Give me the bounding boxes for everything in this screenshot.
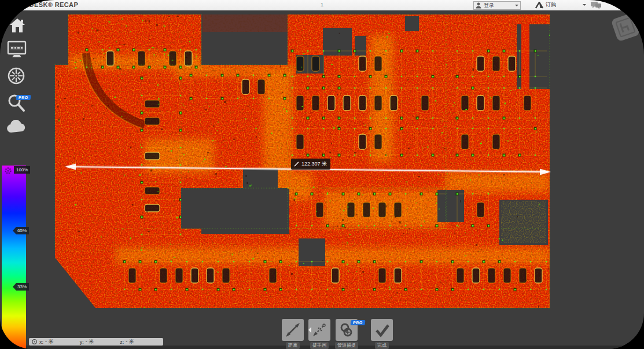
done-button[interactable] <box>371 319 393 341</box>
tool-done[interactable]: 完成 <box>371 319 393 349</box>
chevron-down-icon <box>515 5 518 8</box>
cloud-icon <box>6 120 27 134</box>
color-scale-bar[interactable]: 100% 65% 33% <box>2 166 26 349</box>
measurement-value: 122.307 米 <box>301 160 327 168</box>
ruler-icon <box>294 161 299 167</box>
origin-icon <box>31 339 38 345</box>
compass-icon <box>7 67 25 85</box>
y-label: y: <box>80 339 84 345</box>
tool-pipe-snap[interactable]: PRO 管道捕捉 <box>335 319 358 349</box>
feedback-button[interactable] <box>590 1 602 9</box>
sign-in-dropdown[interactable]: 登录 <box>473 1 521 10</box>
measure-toolbar: 距离 徒手画 <box>282 319 398 349</box>
autodesk-logo-icon <box>535 2 543 9</box>
done-label: 完成 <box>375 342 389 349</box>
subscribe-label: 订购 <box>546 1 556 9</box>
freehand-arrow-icon <box>311 322 327 338</box>
gear-icon[interactable] <box>4 167 12 175</box>
chevron-down-icon <box>583 4 586 8</box>
monitor-icon <box>7 41 27 59</box>
subscribe-dropdown[interactable]: 订购 <box>535 1 586 9</box>
sign-in-label: 登录 <box>484 2 494 9</box>
distance-arrow-icon <box>285 322 301 338</box>
x-value: - 米 <box>45 338 54 346</box>
coordinate-status-bar: x: - 米 y: - 米 z: - 米 <box>29 338 163 346</box>
scale-handle-33[interactable]: 33% <box>13 283 29 291</box>
view-title: 1 <box>321 2 323 8</box>
pipe-snap-label: 管道捕捉 <box>335 342 358 349</box>
search-pro-badge: PRO <box>16 91 31 101</box>
chat-bubbles-icon <box>590 1 602 9</box>
freehand-label: 徒手画 <box>310 342 329 349</box>
home-button[interactable] <box>9 18 25 33</box>
cloud-button[interactable] <box>6 120 27 134</box>
home-icon <box>9 18 25 33</box>
distance-button[interactable] <box>282 319 304 341</box>
recap-window: 122.307 米 PRO <box>0 0 644 349</box>
display-settings-button[interactable] <box>7 41 27 59</box>
toolbar-notch <box>306 327 311 333</box>
distance-label: 距离 <box>286 342 300 349</box>
title-bar: AUTODESK® RECAP 1 登录 订购 <box>0 0 644 10</box>
app-logo: AUTODESK® RECAP <box>10 1 78 8</box>
measurement-label: 122.307 米 <box>291 159 330 170</box>
pipe-snap-pro-badge: PRO <box>351 316 365 326</box>
scale-label-100: 100% <box>14 166 30 174</box>
point-cloud-canvas[interactable] <box>0 0 644 349</box>
tool-freehand[interactable]: 徒手画 <box>308 319 330 349</box>
z-label: z: <box>120 339 124 345</box>
person-icon <box>476 2 481 9</box>
tool-distance[interactable]: 距离 <box>282 319 304 349</box>
x-label: x: <box>39 339 43 345</box>
y-value: - 米 <box>86 338 94 346</box>
scale-handle-65[interactable]: 65% <box>13 227 29 234</box>
check-icon <box>373 322 391 338</box>
z-value: - 米 <box>126 338 134 346</box>
freehand-button[interactable] <box>308 319 330 341</box>
navigation-button[interactable] <box>7 67 25 85</box>
